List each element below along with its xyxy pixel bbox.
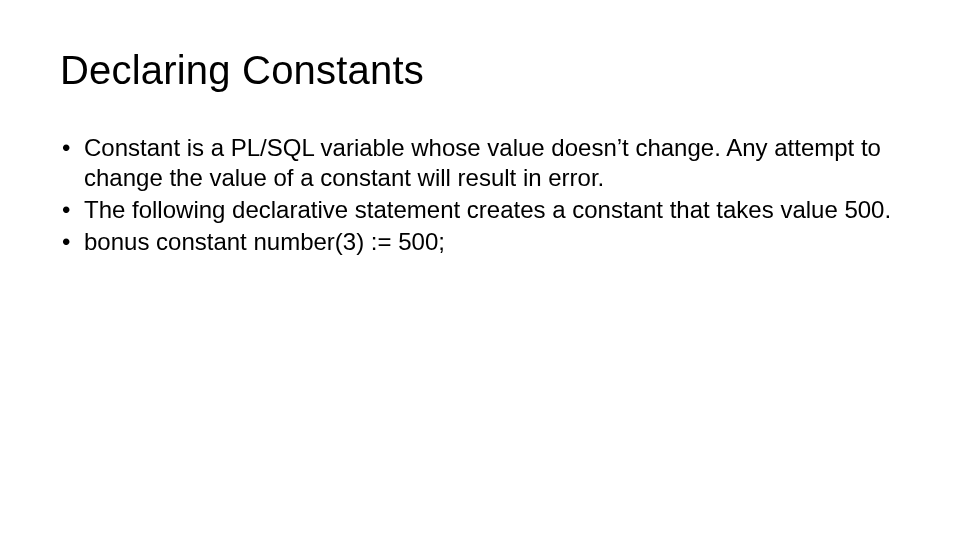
slide-body: Constant is a PL/SQL variable whose valu…	[60, 133, 900, 257]
bullet-item: Constant is a PL/SQL variable whose valu…	[60, 133, 900, 193]
bullet-item: bonus constant number(3) := 500;	[60, 227, 900, 257]
slide-title: Declaring Constants	[60, 48, 900, 93]
bullet-item: The following declarative statement crea…	[60, 195, 900, 225]
slide: Declaring Constants Constant is a PL/SQL…	[0, 0, 960, 540]
